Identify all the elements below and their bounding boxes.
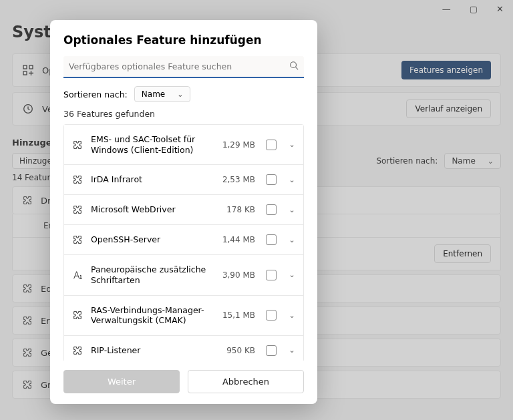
feature-option[interactable]: IrDA Infrarot2,53 MB⌄: [63, 165, 304, 195]
feature-option-name: Microsoft WebDriver: [91, 204, 211, 215]
feature-option[interactable]: OpenSSH-Server1,44 MB⌄: [63, 225, 304, 255]
chevron-down-icon[interactable]: ⌄: [287, 206, 297, 214]
feature-option-checkbox[interactable]: [266, 345, 277, 356]
feature-option-size: 15,1 MB: [218, 310, 255, 320]
feature-option-checkbox[interactable]: [266, 140, 277, 150]
next-button[interactable]: Weiter: [63, 370, 180, 393]
feature-option-name: OpenSSH-Server: [91, 234, 211, 245]
puzzle-icon: [71, 345, 84, 356]
feature-option[interactable]: Paneuropäische zusätzliche Schriftarten3…: [63, 255, 304, 295]
feature-option-size: 3,90 MB: [218, 270, 255, 280]
puzzle-icon: [71, 174, 84, 185]
chevron-down-icon[interactable]: ⌄: [287, 270, 297, 279]
feature-option[interactable]: RIP-Listener950 KB⌄: [63, 336, 304, 362]
chevron-down-icon[interactable]: ⌄: [287, 140, 297, 149]
feature-option-checkbox[interactable]: [266, 234, 277, 245]
feature-option-size: 178 KB: [218, 205, 255, 214]
chevron-down-icon[interactable]: ⌄: [287, 176, 297, 184]
puzzle-icon: [71, 234, 84, 245]
modal-feature-count: 36 Features gefunden: [63, 109, 304, 119]
puzzle-icon: [71, 140, 84, 150]
font-icon: [71, 270, 84, 280]
chevron-down-icon[interactable]: ⌄: [287, 346, 297, 355]
feature-option-size: 2,53 MB: [218, 175, 255, 184]
feature-option-name: EMS- und SAC-Toolset für Windows (Client…: [91, 134, 211, 155]
puzzle-icon: [71, 204, 84, 215]
feature-option-size: 1,44 MB: [218, 235, 255, 244]
feature-option-checkbox[interactable]: [266, 270, 277, 280]
modal-sort-label: Sortieren nach:: [63, 89, 128, 99]
modal-sort-select[interactable]: Name ⌄: [134, 86, 191, 102]
feature-option-name: Paneuropäische zusätzliche Schriftarten: [91, 264, 211, 285]
chevron-down-icon[interactable]: ⌄: [287, 236, 297, 244]
feature-option-checkbox[interactable]: [266, 310, 277, 321]
svg-point-4: [291, 62, 297, 68]
dialog-title: Optionales Feature hinzufügen: [63, 33, 304, 47]
chevron-down-icon[interactable]: ⌄: [287, 311, 297, 320]
add-optional-feature-dialog: Optionales Feature hinzufügen Sortieren …: [50, 20, 317, 404]
feature-option-size: 1,29 MB: [218, 140, 255, 150]
feature-option[interactable]: RAS-Verbindungs-Manager-Verwaltungskit (…: [63, 296, 304, 336]
search-wrapper: [63, 56, 304, 78]
feature-option[interactable]: EMS- und SAC-Toolset für Windows (Client…: [63, 124, 304, 165]
chevron-down-icon: ⌄: [177, 90, 183, 99]
feature-option-name: RIP-Listener: [91, 345, 211, 356]
cancel-button[interactable]: Abbrechen: [188, 370, 304, 393]
modal-feature-list: EMS- und SAC-Toolset für Windows (Client…: [63, 124, 304, 362]
feature-option[interactable]: Microsoft WebDriver178 KB⌄: [63, 195, 304, 225]
puzzle-icon: [71, 310, 84, 321]
feature-option-checkbox[interactable]: [266, 204, 277, 215]
search-icon: [289, 61, 299, 70]
feature-option-name: RAS-Verbindungs-Manager-Verwaltungskit (…: [91, 305, 211, 326]
dialog-actions: Weiter Abbrechen: [63, 370, 304, 393]
search-input[interactable]: [63, 56, 304, 78]
feature-option-size: 950 KB: [218, 346, 255, 355]
feature-option-name: IrDA Infrarot: [91, 174, 211, 185]
modal-sort-row: Sortieren nach: Name ⌄: [63, 86, 304, 102]
feature-option-checkbox[interactable]: [266, 174, 277, 185]
